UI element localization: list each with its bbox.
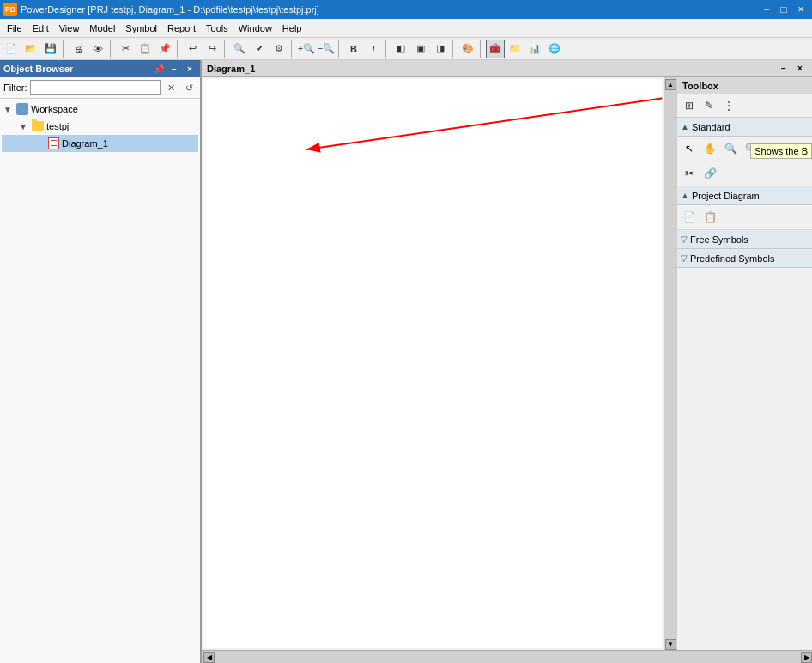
menu-symbol[interactable]: Symbol xyxy=(120,19,162,37)
toolbar-align-right[interactable]: ◨ xyxy=(431,40,450,58)
maximize-button[interactable]: □ xyxy=(776,3,791,16)
free-arrow: ▽ xyxy=(681,234,688,244)
toolbox-header: Toolbox xyxy=(677,77,812,94)
tb-cut-btn[interactable]: ✂ xyxy=(680,164,699,183)
scrollbar-up[interactable]: ▲ xyxy=(665,79,676,90)
toolbar-sep-1 xyxy=(63,40,66,58)
toolbar-preview[interactable]: 👁 xyxy=(88,40,107,58)
diagram-title: Diagram_1 xyxy=(207,64,255,74)
toolbar-color[interactable]: 🎨 xyxy=(458,40,477,58)
ob-minimize-button[interactable]: − xyxy=(167,62,181,76)
diagram-row: ▲ ▼ Toolbox Shows the B ⊞ ✎ ⋮ xyxy=(202,77,812,650)
toolbar-output[interactable]: 📊 xyxy=(525,40,544,58)
toolbar-align-left[interactable]: ◧ xyxy=(391,40,410,58)
close-button[interactable]: × xyxy=(793,3,809,16)
standard-arrow: ▲ xyxy=(681,122,689,131)
menu-edit[interactable]: Edit xyxy=(27,19,54,37)
toolbar-sep-7 xyxy=(385,40,389,58)
testpj-expander[interactable]: ▼ xyxy=(19,122,29,131)
object-browser-panel: Object Browser 📌 − × Filter: ✕ ↺ ▼ Works… xyxy=(0,60,202,663)
tb-section-free[interactable]: ▽ Free Symbols xyxy=(677,230,812,249)
toolbar-redo[interactable]: ↪ xyxy=(203,40,221,58)
object-browser-header: Object Browser 📌 − × xyxy=(0,60,200,77)
diagram-bottom-scrollbar[interactable]: ◀ ▶ xyxy=(202,650,812,663)
menu-model[interactable]: Model xyxy=(84,19,120,37)
testpj-icon xyxy=(31,119,45,133)
menu-report[interactable]: Report xyxy=(162,19,201,37)
toolbox-title: Toolbox xyxy=(682,81,718,91)
ob-filter-refresh[interactable]: ↺ xyxy=(181,80,197,95)
toolbar-cut[interactable]: ✂ xyxy=(116,40,135,58)
toolbar-align-center[interactable]: ▣ xyxy=(411,40,430,58)
diagram-annotation-svg xyxy=(203,79,662,648)
toolbar-bold[interactable]: B xyxy=(344,40,363,58)
toolbar-ob-toggle[interactable]: 📁 xyxy=(506,40,524,58)
menu-help[interactable]: Help xyxy=(277,19,307,37)
toolbox-content: ▲ Standard ↖ ✋ 🔍 🔍 ⊙ ≡ ✂ 🔗 xyxy=(677,118,812,650)
testpj-label: testpj xyxy=(46,121,69,131)
toolbar-sep-8 xyxy=(452,40,456,58)
tree-item-testpj[interactable]: ▼ testpj xyxy=(2,118,198,135)
main-area: Object Browser 📌 − × Filter: ✕ ↺ ▼ Works… xyxy=(0,60,812,663)
tree-item-workspace[interactable]: ▼ Workspace xyxy=(2,100,198,118)
tb-clipboard-btn[interactable]: 📋 xyxy=(700,208,719,227)
toolbar-zoom-out[interactable]: −🔍 xyxy=(317,40,336,58)
minimize-button[interactable]: − xyxy=(759,3,774,16)
toolbar-browser[interactable]: 🌐 xyxy=(545,40,564,58)
tb-pointer-btn[interactable]: ↖ xyxy=(680,139,699,158)
ob-pin-button[interactable]: 📌 xyxy=(152,62,166,76)
tb-more-btn[interactable]: ⋮ xyxy=(719,96,738,115)
tb-pencil-btn[interactable]: ✎ xyxy=(700,96,718,115)
menu-file[interactable]: File xyxy=(2,19,27,37)
toolbar-find[interactable]: 🔍 xyxy=(230,40,249,58)
project-items: 📄 📋 xyxy=(677,205,812,230)
tb-grid-btn[interactable]: ⊞ xyxy=(680,96,699,115)
toolbar-sep-6 xyxy=(338,40,342,58)
ob-filter-input[interactable] xyxy=(30,80,161,95)
tb-zoomin-btn[interactable]: 🔍 xyxy=(721,139,740,158)
toolbar-italic[interactable]: I xyxy=(364,40,383,58)
toolbox-panel: Toolbox Shows the B ⊞ ✎ ⋮ ▲ St xyxy=(676,77,812,650)
standard-label: Standard xyxy=(692,122,730,132)
workspace-label: Workspace xyxy=(31,104,78,114)
ob-filter-clear[interactable]: ✕ xyxy=(163,80,179,95)
tb-section-predefined[interactable]: ▽ Predefined Symbols xyxy=(677,249,812,268)
workspace-icon xyxy=(15,102,29,116)
app-icon: PD xyxy=(3,3,17,16)
svg-line-1 xyxy=(306,88,662,149)
diagram-canvas[interactable] xyxy=(203,79,662,648)
diagram-close-button[interactable]: × xyxy=(793,62,807,76)
tree-item-diagram1[interactable]: Diagram_1 xyxy=(2,135,198,152)
toolbar-copy[interactable]: 📋 xyxy=(136,40,155,58)
toolbar-save[interactable]: 💾 xyxy=(41,40,60,58)
toolbar-gen[interactable]: ⚙ xyxy=(270,40,288,58)
window-title: PowerDesigner [PRJ testpj, Diagram_1 - D… xyxy=(21,4,319,15)
toolbar-check[interactable]: ✔ xyxy=(250,40,269,58)
project-label: Project Diagram xyxy=(692,191,760,201)
toolbar-open[interactable]: 📂 xyxy=(21,40,40,58)
tb-newdiag-btn[interactable]: 📄 xyxy=(680,208,699,227)
toolbar-new[interactable]: 📄 xyxy=(2,40,21,58)
workspace-expander[interactable]: ▼ xyxy=(3,105,14,114)
tb-link-btn[interactable]: 🔗 xyxy=(700,164,719,183)
scrollbar-down[interactable]: ▼ xyxy=(665,639,676,650)
menu-window[interactable]: Window xyxy=(233,19,277,37)
diagram-scrollbar[interactable]: ▲ ▼ xyxy=(664,77,676,650)
ob-filter-label: Filter: xyxy=(3,82,27,93)
toolbar-zoom-in[interactable]: +🔍 xyxy=(297,40,316,58)
ob-close-button[interactable]: × xyxy=(183,62,197,76)
menu-tools[interactable]: Tools xyxy=(201,19,233,37)
tb-section-standard[interactable]: ▲ Standard xyxy=(677,118,812,137)
diagram1-icon xyxy=(46,137,60,150)
toolbar-toolbox-toggle[interactable]: 🧰 xyxy=(486,40,505,58)
toolbar-print[interactable]: 🖨 xyxy=(69,40,88,58)
toolbar-undo[interactable]: ↩ xyxy=(183,40,202,58)
toolbar-paste[interactable]: 📌 xyxy=(155,40,174,58)
ob-filter-bar: Filter: ✕ ↺ xyxy=(0,77,200,99)
tb-section-project[interactable]: ▲ Project Diagram xyxy=(677,186,812,205)
scrollbar-left[interactable]: ◀ xyxy=(203,652,215,663)
tb-hand-btn[interactable]: ✋ xyxy=(700,139,719,158)
scrollbar-right[interactable]: ▶ xyxy=(801,652,812,663)
diagram-minimize-button[interactable]: − xyxy=(777,62,791,76)
menu-view[interactable]: View xyxy=(54,19,85,37)
